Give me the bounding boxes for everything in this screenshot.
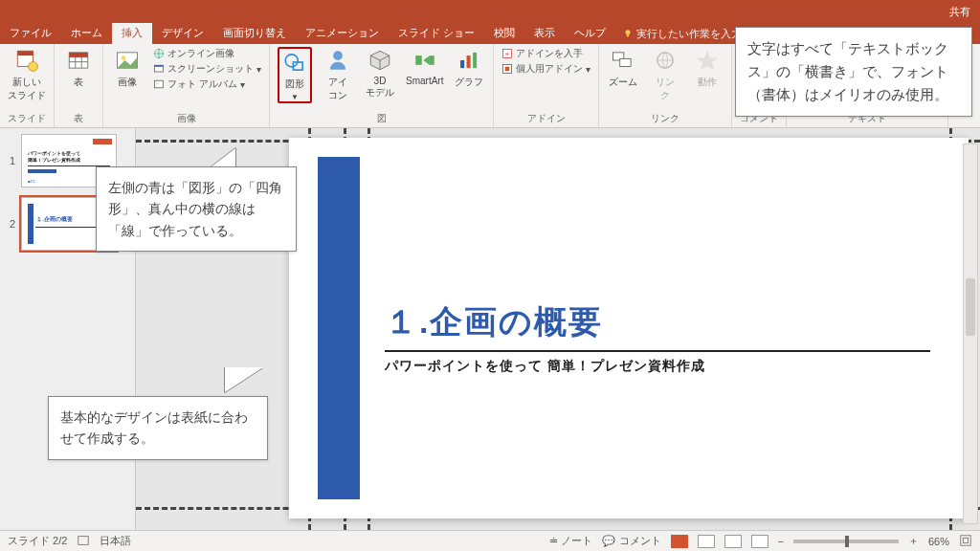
action-label: 動作 (698, 76, 717, 89)
shapes-button[interactable]: 図形 ▼ (278, 47, 312, 103)
group-images: 画像 オンライン画像 スクリーンショット ▾ フォト アルバム ▾ 画像 (103, 44, 270, 127)
svg-rect-1 (627, 34, 630, 36)
star-icon (694, 47, 721, 74)
smartart-label: SmartArt (406, 76, 443, 86)
thumb-number: 1 (10, 155, 15, 166)
tab-review[interactable]: 校閲 (484, 23, 524, 44)
zoom-icon (610, 47, 636, 74)
tab-help[interactable]: ヘルプ (565, 23, 615, 44)
svg-rect-25 (430, 55, 434, 65)
group-addins-label: アドイン (527, 112, 566, 127)
svg-text:＋: ＋ (503, 50, 511, 58)
group-links-label: リンク (651, 112, 679, 127)
svg-rect-16 (155, 80, 164, 88)
svg-rect-32 (505, 67, 510, 72)
smartart-icon (412, 47, 438, 74)
scrollbar-thumb[interactable] (966, 278, 975, 336)
svg-point-18 (285, 55, 298, 67)
svg-rect-46 (961, 535, 971, 545)
vertical-scrollbar[interactable] (963, 143, 978, 524)
tab-transitions[interactable]: 画面切り替え (213, 23, 296, 44)
photo-album-button[interactable]: フォト アルバム ▾ (153, 77, 261, 91)
group-images-label: 画像 (177, 112, 196, 127)
slide-title[interactable]: １.企画の概要 (385, 300, 603, 344)
svg-rect-47 (963, 538, 968, 542)
new-slide-button[interactable]: 新しい スライド (8, 47, 46, 102)
svg-point-0 (626, 30, 631, 34)
table-button[interactable]: 表 (62, 47, 95, 89)
slideshow-view-button[interactable] (751, 535, 768, 548)
svg-rect-27 (467, 55, 471, 68)
image-button[interactable]: 画像 (111, 47, 144, 89)
svg-rect-45 (78, 536, 89, 544)
fit-to-window-button[interactable] (959, 534, 972, 549)
group-tables: 表 表 (55, 44, 103, 127)
slide[interactable]: １.企画の概要 パワーポイントを使って 簡単！プレゼン資料作成 (289, 138, 969, 518)
tab-slideshow[interactable]: スライド ショー (389, 23, 484, 44)
zoom-out-button[interactable]: − (778, 536, 784, 547)
shapes-icon (281, 49, 308, 76)
tab-view[interactable]: 表示 (524, 23, 565, 44)
callout-left: 左側の青は「図形」の「四角形」、真ん中の横の線は「線」で作っている。 (96, 166, 297, 252)
new-slide-label: 新しい スライド (8, 76, 46, 102)
zoom-in-button[interactable]: ＋ (908, 534, 919, 548)
svg-point-12 (122, 55, 126, 60)
3dmodel-button[interactable]: 3D モデル (364, 47, 396, 99)
zoom-label: ズーム (609, 76, 637, 89)
group-illust-label: 図 (377, 112, 387, 127)
spellcheck-icon[interactable] (77, 534, 90, 549)
tab-animations[interactable]: アニメーション (296, 23, 389, 44)
reading-view-button[interactable] (724, 535, 742, 548)
tab-home[interactable]: ホーム (61, 23, 112, 44)
comments-button[interactable]: 💬 コメント (602, 534, 660, 548)
3dmodel-label: 3D モデル (366, 76, 394, 99)
svg-rect-28 (474, 53, 478, 68)
svg-rect-10 (69, 53, 88, 57)
svg-point-20 (333, 51, 343, 60)
group-addins: ＋アドインを入手 個人用アドイン ▾ アドイン (494, 44, 599, 127)
shapes-label: 図形 (285, 77, 304, 91)
action-button[interactable]: 動作 (691, 47, 724, 89)
notes-button[interactable]: ≐ ノート (549, 534, 592, 548)
tab-insert[interactable]: 挿入 (112, 23, 152, 44)
zoom-button[interactable]: ズーム (607, 47, 639, 89)
link-label: リン ク (656, 76, 675, 102)
share-button[interactable]: 共有 (944, 3, 976, 21)
svg-rect-26 (461, 60, 465, 68)
blue-rectangle-shape[interactable] (318, 157, 360, 499)
screenshot-button[interactable]: スクリーンショット ▾ (153, 62, 261, 76)
group-slides-label: スライド (8, 112, 46, 127)
smartart-button[interactable]: SmartArt (406, 47, 443, 86)
bulb-icon (623, 29, 633, 38)
tab-design[interactable]: デザイン (152, 23, 213, 44)
image-icon (114, 47, 141, 74)
get-addins-button[interactable]: ＋アドインを入手 (501, 47, 590, 60)
thumb-number: 2 (10, 218, 15, 230)
link-button[interactable]: リン ク (649, 47, 681, 102)
group-slides: 新しい スライド スライド (0, 44, 55, 127)
divider-line-shape[interactable] (385, 350, 930, 352)
zoom-slider[interactable] (793, 540, 899, 543)
zoom-percent[interactable]: 66% (928, 536, 949, 547)
svg-point-17 (156, 82, 158, 84)
new-slide-icon (13, 47, 40, 74)
online-images-button[interactable]: オンライン画像 (153, 47, 261, 60)
chart-button[interactable]: グラフ (453, 47, 485, 89)
callout-tail (211, 148, 235, 167)
tab-file[interactable]: ファイル (0, 23, 61, 44)
normal-view-button[interactable] (671, 535, 688, 548)
sorter-view-button[interactable] (698, 535, 715, 548)
group-links: ズーム リン ク 動作 リンク (599, 44, 732, 127)
language-label[interactable]: 日本語 (100, 534, 131, 548)
svg-marker-24 (423, 55, 430, 65)
my-addins-button[interactable]: 個人用アドイン ▾ (501, 62, 590, 76)
chart-label: グラフ (455, 76, 483, 89)
slide-subtitle[interactable]: パワーポイントを使って 簡単！プレゼン資料作成 (385, 358, 705, 375)
cube-icon (367, 47, 393, 74)
chart-icon (456, 47, 482, 74)
slide-counter: スライド 2/2 (8, 534, 67, 548)
svg-point-4 (29, 62, 38, 72)
icons-button[interactable]: アイ コン (322, 47, 354, 102)
group-tables-label: 表 (74, 112, 83, 127)
table-icon (65, 47, 92, 74)
